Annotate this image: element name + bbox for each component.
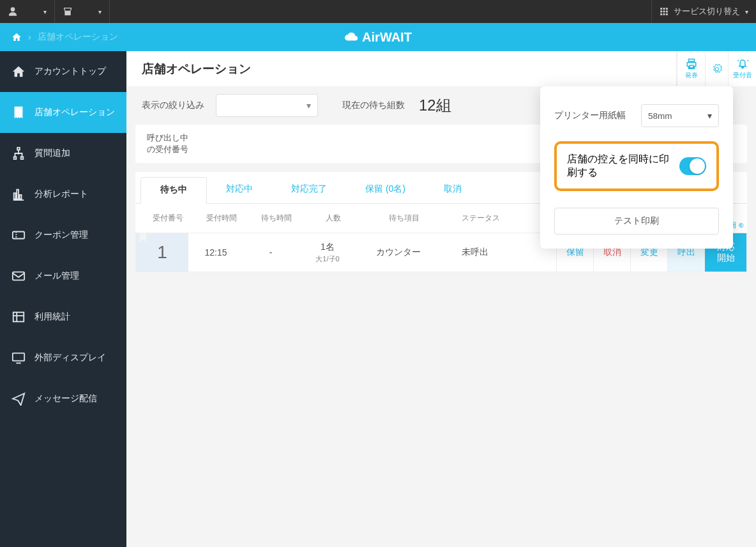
cell-persons: 1名 大1/子0 [298, 233, 357, 272]
filter-select[interactable]: ▾ [216, 94, 318, 117]
store-menu[interactable]: ▾ [55, 0, 110, 23]
gear-icon [712, 64, 722, 74]
tab-hold[interactable]: 保留 (0名) [346, 177, 425, 203]
cell-wait: - [243, 233, 298, 272]
svg-rect-1 [663, 8, 665, 10]
paper-width-select[interactable]: 58mm ▾ [641, 104, 719, 127]
wait-count-label: 現在の待ち組数 [342, 100, 405, 111]
col-status: ステータス [446, 213, 516, 224]
print-copy-toggle[interactable] [679, 157, 706, 175]
svg-rect-9 [13, 232, 24, 239]
svg-rect-6 [660, 13, 662, 15]
sidebar-item-label: 店舗オペレーション [34, 107, 115, 118]
header-action-settings[interactable] [705, 51, 728, 86]
col-number: 受付番号 [142, 213, 194, 224]
chevron-down-icon: ▾ [306, 100, 311, 111]
sidebar-item-coupon[interactable]: クーポン管理 [0, 215, 126, 256]
sidebar-item-label: 利用統計 [34, 311, 70, 323]
tab-completed[interactable]: 対応完了 [272, 177, 346, 203]
sidebar-item-external-display[interactable]: 外部ディスプレイ [0, 337, 126, 378]
sidebar-item-label: 分析レポート [34, 189, 88, 200]
svg-rect-7 [663, 13, 665, 15]
svg-rect-0 [660, 8, 662, 10]
toggle-knob [690, 158, 705, 174]
sidebar-item-label: 外部ディスプレイ [34, 352, 106, 364]
tab-canceled[interactable]: 取消 [425, 177, 481, 203]
header-action-label: 発券 [685, 71, 698, 80]
test-print-button[interactable]: テスト印刷 [554, 208, 719, 235]
tab-label: 対応中 [226, 183, 253, 194]
sidebar-item-account-top[interactable]: アカウントトップ [0, 51, 126, 92]
sidebar-item-label: クーポン管理 [34, 229, 88, 241]
svg-rect-2 [666, 8, 668, 10]
ticket-icon [11, 228, 26, 242]
svg-rect-5 [666, 11, 668, 13]
cell-time: 12:15 [188, 233, 243, 272]
tab-waiting[interactable]: 待ち中 [140, 177, 207, 204]
service-switch[interactable]: サービス切り替え ▾ [651, 0, 756, 23]
tab-in-progress[interactable]: 対応中 [207, 177, 272, 203]
top-bar: ▾ ▾ サービス切り替え ▾ [0, 0, 756, 23]
svg-rect-11 [13, 312, 24, 322]
col-wait: 待ち時間 [249, 213, 304, 224]
main-content: 店舗オペレーション 発券 受付音 表示の絞り込み ▾ 現在の待ち組数 [126, 51, 756, 547]
print-copy-label: 店舗の控えを同時に印刷する [567, 153, 679, 180]
chart-icon [11, 187, 26, 201]
breadcrumb-current: 店舗オペレーション [38, 31, 118, 43]
sidebar-item-message[interactable]: メッセージ配信 [0, 378, 126, 419]
main-header: 店舗オペレーション 発券 受付音 [126, 51, 756, 86]
sidebar-item-label: メッセージ配信 [34, 393, 97, 404]
svg-rect-8 [666, 13, 668, 15]
table-icon [11, 310, 26, 324]
store-icon [63, 6, 73, 17]
chevron-down-icon: ▾ [43, 8, 47, 15]
user-icon [8, 6, 18, 17]
breadcrumb: › 店舗オペレーション [0, 31, 130, 43]
sidebar-item-analytics[interactable]: 分析レポート [0, 174, 126, 215]
tab-label: 保留 (0名) [365, 183, 405, 194]
sidebar-item-mail[interactable]: メール管理 [0, 256, 126, 297]
svg-rect-12 [13, 353, 24, 361]
sidebar: アカウントトップ 店舗オペレーション 質問追加 分析レポート クーポン管理 メー… [0, 51, 126, 547]
monitor-icon [11, 351, 26, 365]
sitemap-icon [11, 146, 26, 160]
chevron-down-icon: ▾ [745, 8, 748, 15]
cell-status: 未呼出 [440, 233, 510, 272]
header-action-sound[interactable]: 受付音 [728, 51, 756, 86]
print-copy-setting: 店舗の控えを同時に印刷する [554, 141, 719, 191]
chevron-down-icon: ▾ [98, 8, 102, 15]
tab-label: 取消 [444, 183, 462, 194]
printer-icon [685, 58, 698, 70]
home-icon [11, 65, 26, 79]
mail-icon [11, 269, 26, 283]
bell-icon [736, 58, 749, 70]
account-menu[interactable]: ▾ [0, 0, 55, 23]
sidebar-item-label: メール管理 [34, 270, 79, 282]
brand-text: AirWAIT [362, 30, 412, 45]
wait-count-value: 12組 [419, 95, 451, 116]
header-action-ticket[interactable]: 発券 [677, 51, 705, 86]
service-switch-label: サービス切り替え [674, 6, 740, 17]
home-icon[interactable] [11, 32, 22, 42]
col-persons: 人数 [304, 213, 363, 224]
chevron-right-icon: › [28, 32, 31, 42]
sidebar-item-question-add[interactable]: 質問追加 [0, 133, 126, 174]
bookmark-icon [140, 233, 146, 242]
svg-rect-4 [663, 11, 665, 13]
printer-settings-popover: プリンター用紙幅 58mm ▾ 店舗の控えを同時に印刷する テスト印刷 [540, 86, 733, 249]
paper-width-value: 58mm [648, 111, 672, 121]
header-action-label: 受付音 [733, 71, 752, 80]
sidebar-item-label: 質問追加 [34, 148, 70, 159]
sidebar-item-store-operation[interactable]: 店舗オペレーション [0, 92, 126, 133]
col-time: 受付時間 [194, 213, 249, 224]
page-title: 店舗オペレーション [142, 61, 251, 77]
brand-logo: AirWAIT [344, 30, 412, 45]
chevron-down-icon: ▾ [707, 111, 712, 121]
sidebar-item-stats[interactable]: 利用統計 [0, 297, 126, 337]
cell-number: 1 [136, 233, 188, 272]
sidebar-item-label: アカウントトップ [34, 66, 106, 77]
sub-header: › 店舗オペレーション AirWAIT [0, 23, 756, 51]
cell-item: カウンター [357, 233, 440, 272]
tab-label: 対応完了 [291, 183, 327, 194]
paper-width-label: プリンター用紙幅 [554, 110, 626, 121]
